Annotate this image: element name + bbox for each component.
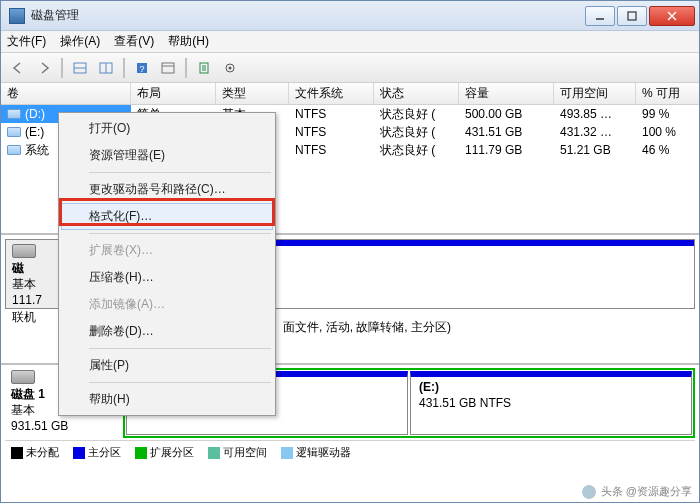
toolbar-separator: [61, 58, 63, 78]
col-free[interactable]: 可用空间: [554, 83, 636, 104]
toolbar-separator: [123, 58, 125, 78]
cell-cap: 500.00 GB: [459, 105, 554, 123]
context-menu: 打开(O) 资源管理器(E) 更改驱动器号和路径(C)… 格式化(F)… 扩展卷…: [58, 112, 276, 416]
swatch-free-icon: [208, 447, 220, 459]
ctx-format[interactable]: 格式化(F)…: [61, 203, 273, 230]
avatar-icon: [582, 485, 596, 499]
cell-vol: (D:): [25, 107, 45, 121]
partition-e-label: (E:): [419, 380, 439, 394]
col-status[interactable]: 状态: [374, 83, 459, 104]
drive-icon: [7, 127, 21, 137]
cell-free: 493.85 …: [554, 105, 636, 123]
svg-point-14: [229, 66, 232, 69]
nav-forward-icon[interactable]: [33, 57, 55, 79]
settings-icon[interactable]: [219, 57, 241, 79]
view-detail-icon[interactable]: [95, 57, 117, 79]
view-list-icon[interactable]: [69, 57, 91, 79]
col-percent[interactable]: % 可用: [636, 83, 691, 104]
app-icon: [9, 8, 25, 24]
cell-fs: NTFS: [289, 105, 374, 123]
help-icon[interactable]: ?: [131, 57, 153, 79]
nav-back-icon[interactable]: [7, 57, 29, 79]
partition-e[interactable]: (E:) 431.51 GB NTFS: [410, 371, 692, 435]
maximize-button[interactable]: [617, 6, 647, 26]
cell-status: 状态良好 (: [374, 105, 459, 123]
svg-rect-10: [162, 63, 174, 73]
menu-action[interactable]: 操作(A): [60, 33, 100, 50]
menu-help[interactable]: 帮助(H): [168, 33, 209, 50]
ctx-separator: [89, 348, 271, 349]
menu-file[interactable]: 文件(F): [7, 33, 46, 50]
drive-icon: [7, 145, 21, 155]
ctx-mirror: 添加镜像(A)…: [61, 291, 273, 318]
col-capacity[interactable]: 容量: [459, 83, 554, 104]
disk1-size: 931.51 GB: [11, 418, 117, 434]
minimize-button[interactable]: [585, 6, 615, 26]
close-button[interactable]: [649, 6, 695, 26]
swatch-primary-icon: [73, 447, 85, 459]
cell-vol: (E:): [25, 125, 44, 139]
ctx-explorer[interactable]: 资源管理器(E): [61, 142, 273, 169]
disk1-name: 磁盘 1: [11, 387, 45, 401]
swatch-extended-icon: [135, 447, 147, 459]
partition-e-info: 431.51 GB NTFS: [419, 396, 511, 410]
swatch-logical-icon: [281, 447, 293, 459]
ctx-shrink[interactable]: 压缩卷(H)…: [61, 264, 273, 291]
ctx-extend: 扩展卷(X)…: [61, 237, 273, 264]
window-title: 磁盘管理: [31, 7, 585, 24]
legend: 未分配 主分区 扩展分区 可用空间 逻辑驱动器: [5, 440, 695, 460]
col-type[interactable]: 类型: [216, 83, 289, 104]
refresh-icon[interactable]: [193, 57, 215, 79]
ctx-separator: [89, 172, 271, 173]
disk0-label: 磁: [12, 261, 24, 275]
cell-vol: 系统: [25, 142, 49, 159]
svg-rect-1: [628, 12, 636, 20]
menu-view[interactable]: 查看(V): [114, 33, 154, 50]
col-layout[interactable]: 布局: [131, 83, 216, 104]
ctx-change-letter[interactable]: 更改驱动器号和路径(C)…: [61, 176, 273, 203]
column-header-row: 卷 布局 类型 文件系统 状态 容量 可用空间 % 可用: [1, 83, 699, 105]
ctx-properties[interactable]: 属性(P): [61, 352, 273, 379]
ctx-separator: [89, 382, 271, 383]
cell-pct: 99 %: [636, 105, 691, 123]
toolbar-separator: [185, 58, 187, 78]
ctx-delete[interactable]: 删除卷(D)…: [61, 318, 273, 345]
ctx-help[interactable]: 帮助(H): [61, 386, 273, 413]
watermark: 头条 @资源趣分享: [582, 484, 692, 499]
swatch-unallocated-icon: [11, 447, 23, 459]
disk-icon: [12, 244, 36, 258]
ctx-open[interactable]: 打开(O): [61, 115, 273, 142]
col-volume[interactable]: 卷: [1, 83, 131, 104]
drive-icon: [7, 109, 21, 119]
properties-icon[interactable]: [157, 57, 179, 79]
svg-text:?: ?: [139, 64, 144, 74]
disk-icon: [11, 370, 35, 384]
col-filesystem[interactable]: 文件系统: [289, 83, 374, 104]
partition-status-text: 面文件, 活动, 故障转储, 主分区): [283, 319, 451, 336]
ctx-separator: [89, 233, 271, 234]
